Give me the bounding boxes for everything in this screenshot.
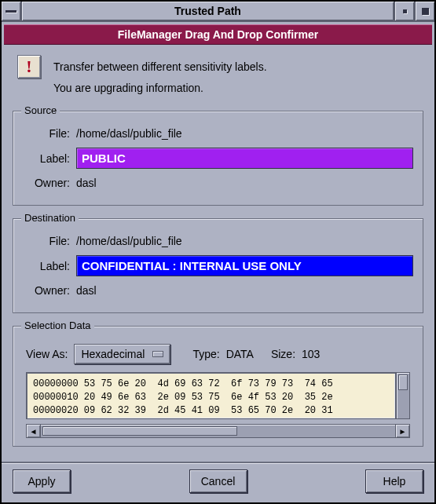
scroll-right-arrow-icon[interactable]: ► <box>395 425 409 437</box>
dialog-window: Trusted Path FileManager Drag And Drop C… <box>0 0 436 504</box>
horizontal-scrollbar-track[interactable] <box>41 425 395 437</box>
dialog-subtitle: FileManager Drag And Drop Confirmer <box>4 24 432 45</box>
help-button[interactable]: Help <box>365 469 423 493</box>
source-label-label: Label: <box>23 152 76 165</box>
maximize-button[interactable] <box>414 2 434 20</box>
destination-owner-value: dasl <box>76 284 97 297</box>
destination-legend: Destination <box>21 212 79 224</box>
size-label: Size: <box>271 348 295 360</box>
source-legend: Source <box>21 104 60 116</box>
destination-group: Destination File: /home/dasl/public_file… <box>13 218 423 313</box>
window-title: Trusted Path <box>22 2 394 20</box>
destination-owner-label: Owner: <box>23 284 76 297</box>
message-line1: Transfer between different sensitivity l… <box>53 57 267 78</box>
destination-label-label: Label: <box>23 260 76 272</box>
apply-button[interactable]: Apply <box>13 469 71 493</box>
horizontal-scrollbar-thumb[interactable] <box>42 426 237 436</box>
button-separator <box>2 462 434 463</box>
titlebar: Trusted Path <box>2 2 434 22</box>
minimize-button[interactable] <box>394 2 414 20</box>
selection-legend: Selection Data <box>21 320 94 331</box>
message-text: Transfer between different sensitivity l… <box>53 55 267 98</box>
view-as-option-menu[interactable]: Hexadecimal <box>74 344 170 364</box>
window-menu-button[interactable] <box>2 2 22 20</box>
dialog-content: ! Transfer between different sensitivity… <box>2 47 434 455</box>
source-group: Source File: /home/dasl/public_file Labe… <box>13 111 423 206</box>
vertical-scrollbar[interactable] <box>396 372 410 419</box>
view-as-value: Hexadecimal <box>81 348 145 360</box>
source-owner-label: Owner: <box>23 177 76 189</box>
scroll-left-arrow-icon[interactable]: ◄ <box>27 425 41 437</box>
cancel-button[interactable]: Cancel <box>189 469 247 493</box>
button-row: Apply Cancel Help <box>2 469 434 502</box>
source-owner-value: dasl <box>76 177 97 189</box>
message-row: ! Transfer between different sensitivity… <box>13 55 423 98</box>
selection-data-group: Selection Data View As: Hexadecimal Type… <box>13 326 423 447</box>
destination-file-value: /home/dasl/public_file <box>76 235 182 247</box>
vertical-scrollbar-thumb[interactable] <box>398 374 408 390</box>
option-menu-indicator-icon <box>152 351 163 357</box>
hex-dump-view[interactable]: 00000000 53 75 6e 20 4d 69 63 72 6f 73 7… <box>26 372 396 419</box>
source-file-label: File: <box>23 127 76 140</box>
source-label-badge: PUBLIC <box>76 148 413 169</box>
warning-icon: ! <box>17 55 41 79</box>
size-value: 103 <box>302 348 320 360</box>
message-line2: You are upgrading information. <box>53 78 267 99</box>
type-label: Type: <box>192 348 219 360</box>
view-as-label: View As: <box>26 348 68 360</box>
destination-file-label: File: <box>23 235 76 247</box>
type-value: DATA <box>226 348 254 360</box>
horizontal-scrollbar[interactable]: ◄ ► <box>26 424 410 438</box>
destination-label-badge: CONFIDENTIAL : INTERNAL USE ONLY <box>76 255 413 276</box>
source-file-value: /home/dasl/public_file <box>76 127 182 140</box>
